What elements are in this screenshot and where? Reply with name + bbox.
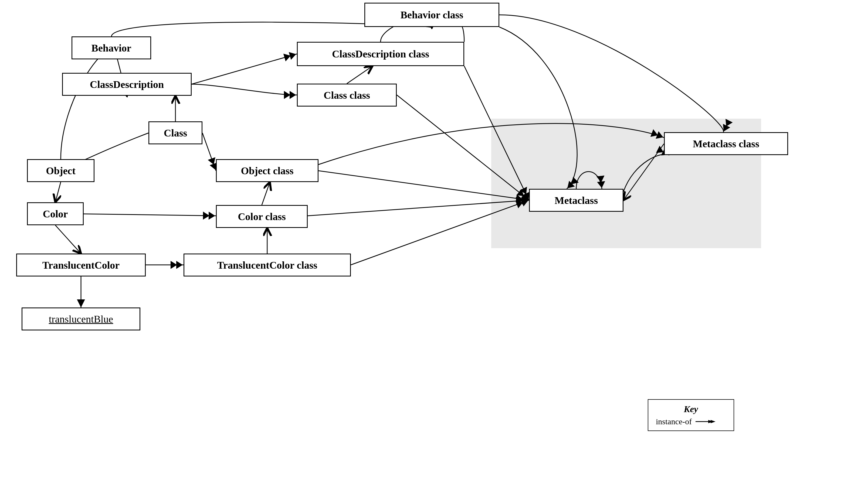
key-box: Key instance-of [648,399,734,431]
object-class-node: Object class [216,159,318,182]
metaclass-class-node: Metaclass class [664,132,788,155]
translucentblue-node: translucentBlue [22,308,141,330]
svg-marker-2 [711,420,715,423]
class-node: Class [149,121,203,144]
color-node: Color [27,202,84,225]
classdesc-node: ClassDescription [62,73,192,96]
behavior-class-node: Behavior class [364,3,499,27]
metaclass-node: Metaclass [529,189,623,212]
key-instance-of: instance-of [656,417,726,426]
classdesc-class-node: ClassDescription class [297,42,464,66]
object-node: Object [27,159,94,182]
class-class-node: Class class [297,84,397,106]
behavior-node: Behavior [71,36,151,59]
key-arrow-icon [695,418,717,425]
color-class-node: Color class [216,205,308,228]
translucent-color-class-node: TranslucentColor class [184,254,351,277]
translucent-color-node: TranslucentColor [16,254,146,277]
key-title: Key [656,404,726,414]
